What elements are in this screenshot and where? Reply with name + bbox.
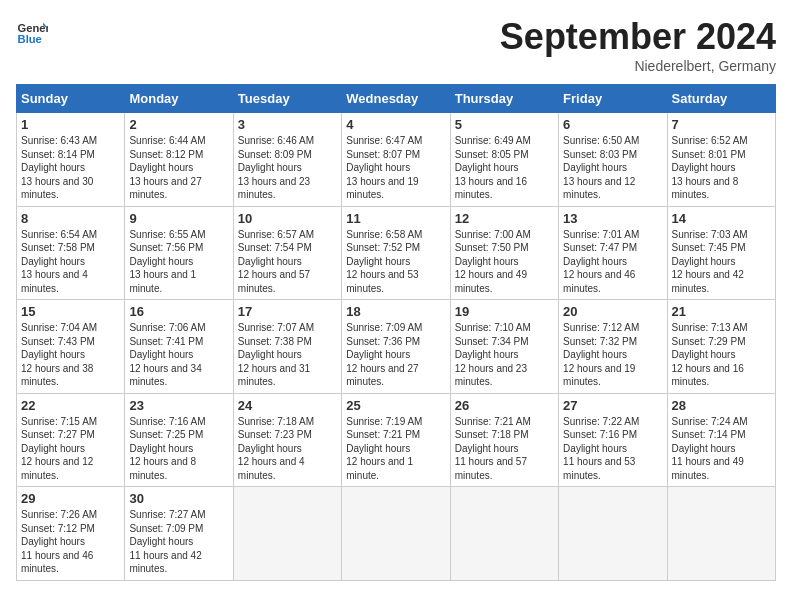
table-row: 5 Sunrise: 6:49 AMSunset: 8:05 PMDayligh… [450,113,558,207]
table-row: 12 Sunrise: 7:00 AMSunset: 7:50 PMDaylig… [450,206,558,300]
calendar-week-row: 1 Sunrise: 6:43 AMSunset: 8:14 PMDayligh… [17,113,776,207]
table-row: 3 Sunrise: 6:46 AMSunset: 8:09 PMDayligh… [233,113,341,207]
table-row: 19 Sunrise: 7:10 AMSunset: 7:34 PMDaylig… [450,300,558,394]
table-row: 29 Sunrise: 7:26 AMSunset: 7:12 PMDaylig… [17,487,125,581]
table-row: 20 Sunrise: 7:12 AMSunset: 7:32 PMDaylig… [559,300,667,394]
col-wednesday: Wednesday [342,85,450,113]
location: Niederelbert, Germany [500,58,776,74]
empty-cell [559,487,667,581]
col-friday: Friday [559,85,667,113]
table-row: 28 Sunrise: 7:24 AMSunset: 7:14 PMDaylig… [667,393,775,487]
table-row: 16 Sunrise: 7:06 AMSunset: 7:41 PMDaylig… [125,300,233,394]
table-row: 26 Sunrise: 7:21 AMSunset: 7:18 PMDaylig… [450,393,558,487]
table-row: 21 Sunrise: 7:13 AMSunset: 7:29 PMDaylig… [667,300,775,394]
title-block: September 2024 Niederelbert, Germany [500,16,776,74]
col-monday: Monday [125,85,233,113]
logo: General Blue [16,16,48,48]
table-row: 24 Sunrise: 7:18 AMSunset: 7:23 PMDaylig… [233,393,341,487]
empty-cell [667,487,775,581]
col-thursday: Thursday [450,85,558,113]
table-row: 6 Sunrise: 6:50 AMSunset: 8:03 PMDayligh… [559,113,667,207]
page-header: General Blue September 2024 Niederelbert… [16,16,776,74]
table-row: 23 Sunrise: 7:16 AMSunset: 7:25 PMDaylig… [125,393,233,487]
calendar-week-row: 29 Sunrise: 7:26 AMSunset: 7:12 PMDaylig… [17,487,776,581]
table-row: 17 Sunrise: 7:07 AMSunset: 7:38 PMDaylig… [233,300,341,394]
table-row: 9 Sunrise: 6:55 AMSunset: 7:56 PMDayligh… [125,206,233,300]
calendar-week-row: 15 Sunrise: 7:04 AMSunset: 7:43 PMDaylig… [17,300,776,394]
header-row: Sunday Monday Tuesday Wednesday Thursday… [17,85,776,113]
table-row: 14 Sunrise: 7:03 AMSunset: 7:45 PMDaylig… [667,206,775,300]
table-row: 7 Sunrise: 6:52 AMSunset: 8:01 PMDayligh… [667,113,775,207]
col-tuesday: Tuesday [233,85,341,113]
table-row: 27 Sunrise: 7:22 AMSunset: 7:16 PMDaylig… [559,393,667,487]
empty-cell [233,487,341,581]
table-row: 18 Sunrise: 7:09 AMSunset: 7:36 PMDaylig… [342,300,450,394]
calendar-table: Sunday Monday Tuesday Wednesday Thursday… [16,84,776,581]
table-row: 15 Sunrise: 7:04 AMSunset: 7:43 PMDaylig… [17,300,125,394]
table-row: 1 Sunrise: 6:43 AMSunset: 8:14 PMDayligh… [17,113,125,207]
calendar-week-row: 22 Sunrise: 7:15 AMSunset: 7:27 PMDaylig… [17,393,776,487]
calendar-week-row: 8 Sunrise: 6:54 AMSunset: 7:58 PMDayligh… [17,206,776,300]
svg-text:Blue: Blue [18,33,42,45]
empty-cell [342,487,450,581]
empty-cell [450,487,558,581]
col-saturday: Saturday [667,85,775,113]
table-row: 4 Sunrise: 6:47 AMSunset: 8:07 PMDayligh… [342,113,450,207]
logo-icon: General Blue [16,16,48,48]
table-row: 2 Sunrise: 6:44 AMSunset: 8:12 PMDayligh… [125,113,233,207]
table-row: 8 Sunrise: 6:54 AMSunset: 7:58 PMDayligh… [17,206,125,300]
table-row: 30 Sunrise: 7:27 AMSunset: 7:09 PMDaylig… [125,487,233,581]
month-title: September 2024 [500,16,776,58]
table-row: 22 Sunrise: 7:15 AMSunset: 7:27 PMDaylig… [17,393,125,487]
col-sunday: Sunday [17,85,125,113]
table-row: 25 Sunrise: 7:19 AMSunset: 7:21 PMDaylig… [342,393,450,487]
table-row: 11 Sunrise: 6:58 AMSunset: 7:52 PMDaylig… [342,206,450,300]
table-row: 10 Sunrise: 6:57 AMSunset: 7:54 PMDaylig… [233,206,341,300]
table-row: 13 Sunrise: 7:01 AMSunset: 7:47 PMDaylig… [559,206,667,300]
